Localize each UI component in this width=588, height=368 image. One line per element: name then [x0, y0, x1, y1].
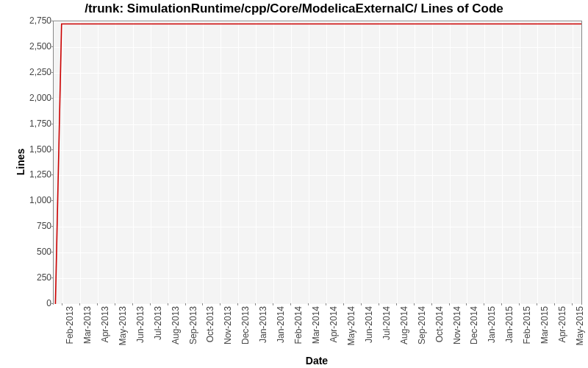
- x-tick-label: Nov-2014: [452, 306, 462, 344]
- y-tick-label: 500: [22, 247, 51, 257]
- x-tick-label: Sep-2014: [417, 306, 427, 344]
- x-tick-label: Mar-2014: [311, 306, 321, 344]
- x-tick-label: Oct-2014: [434, 306, 445, 342]
- x-tick-label: Jul-2014: [381, 306, 392, 340]
- y-tick-label: 2,000: [22, 93, 51, 103]
- x-tick-label: Feb-2013: [65, 306, 75, 344]
- x-tick-label: Apr-2015: [557, 306, 567, 342]
- x-tick-label: May-2014: [346, 306, 356, 345]
- x-tick-label: Aug-2014: [399, 306, 409, 344]
- x-tick-label: Jan-2014: [276, 306, 286, 343]
- x-tick-label: Jul-2013: [153, 306, 163, 340]
- x-tick-label: Aug-2013: [171, 306, 181, 344]
- x-tick-label: Dec-2014: [469, 306, 479, 344]
- x-tick-label: Jan-2015: [504, 306, 514, 343]
- x-tick-label: Jan-2015: [487, 306, 497, 343]
- x-tick-label: Oct-2013: [205, 306, 215, 342]
- x-tick-label: Nov-2013: [223, 306, 233, 344]
- x-axis-label: Date: [53, 355, 581, 367]
- y-tick-label: 750: [22, 221, 51, 231]
- y-tick-label: 1,500: [22, 144, 51, 155]
- x-tick-label: Apr-2014: [329, 306, 339, 342]
- y-tick-label: 2,250: [22, 67, 51, 77]
- y-tick-label: 1,250: [22, 169, 51, 180]
- x-tick-label: Feb-2014: [293, 306, 304, 344]
- x-tick-label: Mar-2015: [539, 306, 550, 344]
- x-tick-label: Jun-2013: [135, 306, 146, 343]
- chart-title: /trunk: SimulationRuntime/cpp/Core/Model…: [0, 1, 588, 16]
- y-tick-label: 1,000: [22, 195, 51, 205]
- x-tick-label: Feb-2015: [522, 306, 532, 344]
- x-tick-label: Mar-2013: [82, 306, 93, 344]
- y-tick-label: 250: [22, 272, 51, 283]
- x-tick-label: Apr-2013: [100, 306, 110, 342]
- y-tick-label: 1,750: [22, 118, 51, 129]
- x-tick-label: Jan-2013: [258, 306, 268, 343]
- y-tick-label: 2,500: [22, 41, 51, 52]
- y-tick-label: 2,750: [22, 15, 51, 26]
- x-tick-label: Sep-2013: [188, 306, 198, 344]
- data-line: [54, 21, 581, 304]
- x-tick-label: Dec-2013: [240, 306, 251, 344]
- x-tick-label: Jun-2014: [364, 306, 374, 343]
- x-tick-label: May-2013: [118, 306, 128, 345]
- x-tick-label: May-2015: [575, 306, 585, 345]
- y-tick-label: 0: [22, 298, 51, 308]
- plot-area: [53, 21, 582, 305]
- chart-container: /trunk: SimulationRuntime/cpp/Core/Model…: [0, 0, 588, 368]
